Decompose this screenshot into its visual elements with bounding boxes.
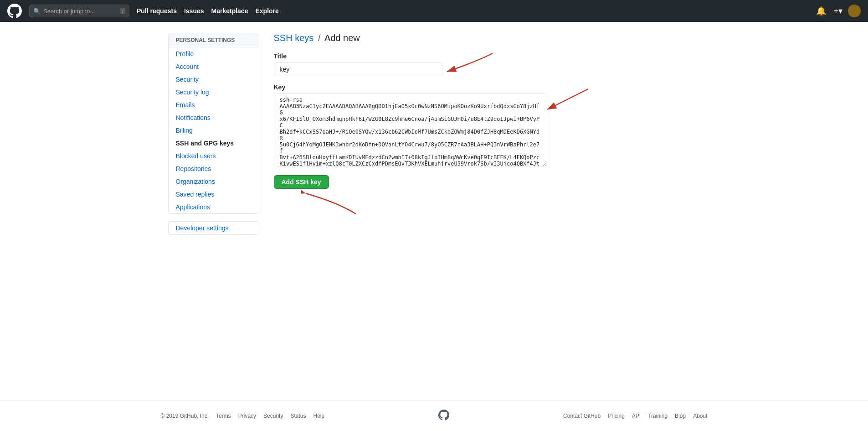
- personal-settings-box: Personal settings Profile Account Securi…: [168, 33, 259, 214]
- nav-marketplace[interactable]: Marketplace: [211, 7, 248, 15]
- title-input[interactable]: [274, 62, 442, 76]
- sidebar-link-billing[interactable]: Billing: [169, 124, 259, 137]
- breadcrumb-separator: /: [318, 33, 321, 43]
- add-ssh-key-button[interactable]: Add SSH key: [274, 175, 329, 189]
- sidebar-link-ssh-gpg[interactable]: SSH and GPG keys: [169, 137, 259, 150]
- sidebar-item-emails: Emails: [169, 99, 259, 111]
- key-form-group: Key: [274, 83, 700, 168]
- sidebar-link-profile[interactable]: Profile: [169, 47, 259, 60]
- sidebar-nav: Profile Account Security Security log Em…: [169, 47, 259, 213]
- navbar-right: 🔔 +▾: [814, 4, 861, 18]
- sidebar-item-applications: Applications: [169, 201, 259, 213]
- sidebar-link-developer-settings[interactable]: Developer settings: [169, 222, 259, 234]
- footer-privacy[interactable]: Privacy: [238, 413, 256, 419]
- sidebar-item-account: Account: [169, 60, 259, 73]
- footer-links-right: Contact GitHub Pricing API Training Blog…: [563, 413, 707, 419]
- sidebar-item-profile: Profile: [169, 47, 259, 60]
- content-area: SSH keys / Add new Title: [274, 33, 700, 389]
- github-logo[interactable]: [7, 4, 22, 18]
- sidebar-item-ssh-gpg: SSH and GPG keys: [169, 137, 259, 150]
- footer-about[interactable]: About: [693, 413, 707, 419]
- footer-pricing[interactable]: Pricing: [608, 413, 625, 419]
- search-icon: 🔍: [33, 8, 41, 15]
- key-textarea[interactable]: [274, 93, 547, 166]
- footer-training[interactable]: Training: [648, 413, 668, 419]
- search-box[interactable]: 🔍 Search or jump to... /: [29, 5, 129, 17]
- sidebar-link-emails[interactable]: Emails: [169, 99, 259, 111]
- plus-icon: +▾: [833, 6, 842, 16]
- sidebar-link-notifications[interactable]: Notifications: [169, 111, 259, 124]
- add-menu-button[interactable]: +▾: [832, 4, 844, 18]
- developer-settings-box: Developer settings: [168, 221, 259, 235]
- footer-api[interactable]: API: [632, 413, 641, 419]
- footer-inner: © 2019 GitHub, Inc. Terms Privacy Securi…: [161, 410, 708, 422]
- footer-contact-github[interactable]: Contact GitHub: [563, 413, 601, 419]
- personal-settings-title: Personal settings: [169, 33, 259, 47]
- notifications-button[interactable]: 🔔: [814, 4, 828, 18]
- sidebar-link-security-log[interactable]: Security log: [169, 86, 259, 99]
- submit-wrapper: Add SSH key: [274, 175, 329, 189]
- footer-left: © 2019 GitHub, Inc. Terms Privacy Securi…: [161, 413, 325, 419]
- page-wrapper: Personal settings Profile Account Securi…: [0, 22, 868, 431]
- breadcrumb-ssh-link[interactable]: SSH keys: [274, 33, 314, 43]
- footer-links-left: Terms Privacy Security Status Help: [216, 413, 324, 419]
- avatar[interactable]: [848, 5, 861, 17]
- sidebar-link-organizations[interactable]: Organizations: [169, 175, 259, 188]
- sidebar-link-applications[interactable]: Applications: [169, 201, 259, 213]
- sidebar-link-blocked-users[interactable]: Blocked users: [169, 150, 259, 162]
- sidebar-item-developer-settings: Developer settings: [169, 222, 259, 234]
- sidebar-link-security[interactable]: Security: [169, 73, 259, 86]
- footer-terms[interactable]: Terms: [216, 413, 231, 419]
- bell-icon: 🔔: [816, 6, 826, 16]
- sidebar-item-blocked-users: Blocked users: [169, 150, 259, 162]
- arrow-button: [301, 184, 360, 216]
- sidebar-link-account[interactable]: Account: [169, 60, 259, 73]
- sidebar-link-repositories[interactable]: Repositories: [169, 162, 259, 175]
- breadcrumb-current: Add new: [324, 33, 360, 43]
- footer-help[interactable]: Help: [313, 413, 324, 419]
- sidebar: Personal settings Profile Account Securi…: [168, 33, 259, 389]
- sidebar-item-repositories: Repositories: [169, 162, 259, 175]
- title-label: Title: [274, 52, 700, 60]
- nav-explore[interactable]: Explore: [255, 7, 278, 15]
- navbar: 🔍 Search or jump to... / Pull requests I…: [0, 0, 868, 22]
- sidebar-item-billing: Billing: [169, 124, 259, 137]
- search-kbd: /: [120, 8, 125, 14]
- sidebar-item-security: Security: [169, 73, 259, 86]
- footer-blog[interactable]: Blog: [675, 413, 686, 419]
- footer-status[interactable]: Status: [290, 413, 306, 419]
- sidebar-item-saved-replies: Saved replies: [169, 188, 259, 201]
- footer-copyright: © 2019 GitHub, Inc.: [161, 413, 209, 419]
- navbar-links: Pull requests Issues Marketplace Explore: [137, 7, 279, 15]
- footer-security[interactable]: Security: [263, 413, 283, 419]
- footer: © 2019 GitHub, Inc. Terms Privacy Securi…: [0, 400, 868, 431]
- sidebar-item-organizations: Organizations: [169, 175, 259, 188]
- footer-logo: [438, 410, 449, 422]
- nav-pull-requests[interactable]: Pull requests: [137, 7, 177, 15]
- sidebar-item-notifications: Notifications: [169, 111, 259, 124]
- search-placeholder: Search or jump to...: [43, 8, 95, 15]
- nav-issues[interactable]: Issues: [184, 7, 204, 15]
- title-form-group: Title: [274, 52, 700, 76]
- developer-settings-nav: Developer settings: [169, 222, 259, 234]
- sidebar-item-security-log: Security log: [169, 86, 259, 99]
- sidebar-link-saved-replies[interactable]: Saved replies: [169, 188, 259, 201]
- breadcrumb: SSH keys / Add new: [274, 33, 700, 43]
- main-content: Personal settings Profile Account Securi…: [161, 22, 708, 400]
- key-label: Key: [274, 83, 700, 91]
